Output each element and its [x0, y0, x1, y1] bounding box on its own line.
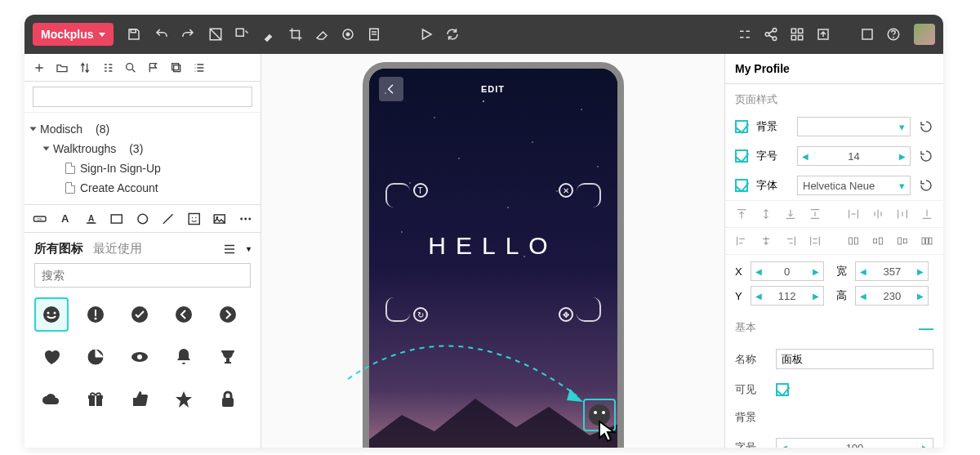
- pie-icon[interactable]: [78, 340, 113, 374]
- search-icon[interactable]: [124, 61, 137, 74]
- button-comp-icon[interactable]: OK: [33, 212, 47, 226]
- h-stepper[interactable]: ◀230▶: [855, 286, 929, 306]
- eye-icon[interactable]: [122, 340, 157, 374]
- crop-icon[interactable]: [288, 27, 303, 42]
- crop-handle-br[interactable]: ✥: [577, 297, 601, 322]
- note-icon[interactable]: [367, 27, 381, 42]
- device-icon[interactable]: [860, 27, 875, 42]
- grid-icon[interactable]: [790, 27, 804, 42]
- save-icon[interactable]: [127, 27, 141, 42]
- bell-icon[interactable]: [167, 340, 201, 374]
- input-comp-icon[interactable]: A: [84, 212, 98, 226]
- dist-left-icon[interactable]: [847, 234, 860, 248]
- reset-icon[interactable]: [919, 149, 933, 163]
- add-page-icon[interactable]: [33, 61, 46, 74]
- reset-icon[interactable]: [919, 178, 933, 193]
- visible-checkbox[interactable]: [776, 383, 789, 396]
- view-mode-icon[interactable]: [222, 242, 237, 256]
- align-text-icon[interactable]: [920, 207, 933, 221]
- fontsize-checkbox[interactable]: [735, 149, 748, 163]
- align-stretch-icon[interactable]: [808, 207, 822, 221]
- text-comp-icon[interactable]: A: [58, 212, 72, 226]
- list-icon[interactable]: [193, 61, 206, 74]
- star-icon[interactable]: [167, 382, 201, 417]
- flow-icon[interactable]: [737, 27, 752, 42]
- thumbs-up-icon[interactable]: [122, 382, 157, 417]
- back-button[interactable]: [379, 77, 403, 101]
- rect-comp-icon[interactable]: [109, 212, 123, 226]
- fs2-stepper[interactable]: ◀100▶: [776, 438, 933, 448]
- dist-v-icon[interactable]: [896, 207, 909, 221]
- dist-space-icon[interactable]: [920, 234, 933, 248]
- align-bottom-icon[interactable]: [784, 207, 797, 221]
- tree-folder[interactable]: Walktroughs (3): [29, 139, 256, 158]
- export-icon[interactable]: [816, 27, 831, 42]
- share-icon[interactable]: [764, 27, 778, 42]
- tree-page[interactable]: Create Account: [29, 178, 256, 198]
- align-justify-icon[interactable]: [808, 234, 822, 248]
- paint-icon[interactable]: [262, 27, 277, 42]
- ungroup-icon[interactable]: [234, 27, 249, 42]
- crop-handle-tl[interactable]: T: [385, 183, 410, 207]
- group-icon[interactable]: [208, 27, 223, 42]
- crop-handle-bl[interactable]: ↻: [385, 297, 410, 322]
- more-comp-icon[interactable]: [238, 212, 252, 226]
- w-stepper[interactable]: ◀357▶: [855, 261, 929, 281]
- tab-recent-icons[interactable]: 最近使用: [93, 241, 142, 256]
- eraser-icon[interactable]: [314, 27, 329, 42]
- align-right-icon[interactable]: [784, 234, 797, 248]
- align-hcenter-icon[interactable]: [760, 234, 773, 248]
- tree-icon[interactable]: [101, 61, 114, 74]
- align-left-icon[interactable]: [735, 234, 748, 248]
- flag-icon[interactable]: [147, 61, 160, 74]
- line-comp-icon[interactable]: [161, 212, 175, 226]
- play-icon[interactable]: [419, 27, 434, 42]
- font-checkbox[interactable]: [735, 179, 748, 192]
- app-menu-button[interactable]: Mockplus: [33, 23, 114, 46]
- artboard[interactable]: EDIT HELLO T ✕ ↻ ✥: [369, 69, 617, 448]
- sync-icon[interactable]: [445, 27, 460, 42]
- smile-icon[interactable]: [34, 297, 69, 332]
- tab-all-icons[interactable]: 所有图标: [34, 241, 83, 256]
- hello-text[interactable]: HELLO: [369, 232, 617, 260]
- target-icon[interactable]: [341, 27, 355, 42]
- circle-comp-icon[interactable]: [136, 212, 149, 226]
- avatar[interactable]: [914, 24, 935, 45]
- trophy-icon[interactable]: [211, 340, 245, 374]
- chevron-right-icon[interactable]: [211, 297, 245, 332]
- tree-page[interactable]: Sign-In Sign-Up: [29, 158, 256, 178]
- y-stepper[interactable]: ◀112▶: [751, 286, 824, 306]
- folder-icon[interactable]: [56, 61, 69, 74]
- icon-comp-icon[interactable]: [187, 212, 201, 226]
- align-vcenter-icon[interactable]: [760, 207, 773, 221]
- collapse-icon[interactable]: —: [919, 320, 933, 337]
- cloud-icon[interactable]: [34, 382, 69, 417]
- icon-search-input[interactable]: [34, 263, 251, 288]
- help-icon[interactable]: [886, 27, 901, 42]
- image-comp-icon[interactable]: [212, 212, 226, 226]
- dist-hc-icon[interactable]: [871, 207, 884, 221]
- dist-center-icon[interactable]: [871, 234, 884, 248]
- x-stepper[interactable]: ◀0▶: [751, 261, 824, 281]
- reset-icon[interactable]: [919, 119, 933, 134]
- name-input[interactable]: [776, 349, 933, 369]
- canvas[interactable]: EDIT HELLO T ✕ ↻ ✥: [261, 54, 724, 448]
- check-icon[interactable]: [122, 297, 157, 332]
- alert-icon[interactable]: [78, 297, 113, 332]
- tree-folder[interactable]: Modisch (8): [29, 119, 256, 139]
- chevron-down-icon[interactable]: ▾: [247, 244, 251, 253]
- dist-h-icon[interactable]: [847, 207, 860, 221]
- chevron-left-icon[interactable]: [167, 297, 201, 332]
- undo-icon[interactable]: [154, 27, 169, 42]
- lock-icon[interactable]: [211, 382, 245, 417]
- page-search-input[interactable]: [33, 87, 252, 107]
- redo-icon[interactable]: [180, 27, 195, 42]
- font-select[interactable]: Helvetica Neue▾: [797, 176, 911, 195]
- fontsize-stepper[interactable]: ◀14▶: [797, 146, 911, 166]
- bg-checkbox[interactable]: [735, 120, 748, 133]
- copy-icon[interactable]: [170, 61, 183, 74]
- heart-icon[interactable]: [34, 340, 69, 374]
- sort-icon[interactable]: [78, 61, 91, 74]
- bg-color-select[interactable]: ▾: [797, 117, 911, 136]
- dist-right-icon[interactable]: [896, 234, 909, 248]
